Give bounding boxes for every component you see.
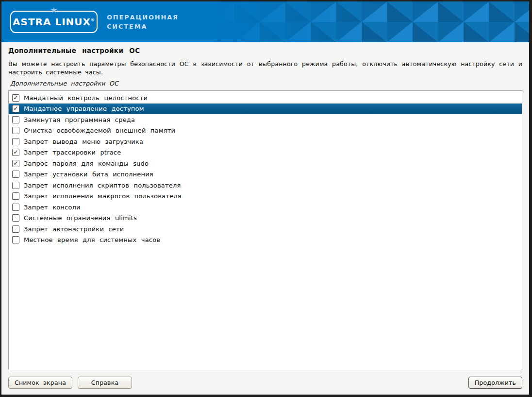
options-list[interactable]: ✓Мандатный контроль целостности✓Мандатно…: [8, 90, 522, 370]
option-label: Запрет автонастройки сети: [24, 225, 124, 233]
option-row[interactable]: Местное время для системных часов: [9, 235, 522, 246]
option-row[interactable]: Замкнутая программная среда: [9, 114, 522, 125]
option-row[interactable]: ✓Запрос пароля для команды sudo: [9, 158, 522, 169]
option-row[interactable]: Системные ограничения ulimits: [9, 213, 522, 224]
option-row[interactable]: Запрет исполнения макросов пользователя: [9, 191, 522, 202]
content-area: Дополнительные настройки ОС Вы можете на…: [1, 42, 529, 395]
option-row[interactable]: Очистка освобождаемой внешней памяти: [9, 125, 522, 137]
page-title: Дополнительные настройки ОС: [8, 47, 522, 54]
continue-button[interactable]: Продолжить: [468, 377, 522, 389]
option-label: Местное время для системных часов: [24, 236, 160, 243]
option-row[interactable]: Запрет консоли: [9, 202, 522, 213]
checkbox-checked-icon[interactable]: ✓: [12, 160, 19, 167]
astra-linux-logo: ★ ASTRA LINUX®: [10, 11, 98, 33]
checkbox-checked-icon[interactable]: ✓: [12, 149, 19, 156]
logo-text: ASTRA LINUX®: [13, 16, 95, 28]
option-row[interactable]: ✓Мандатное управление доступом: [9, 104, 522, 115]
checkbox-unchecked-icon[interactable]: [12, 182, 19, 189]
header-banner: ★ ASTRA LINUX® ОПЕРАЦИОННАЯ СИСТЕМА: [1, 1, 529, 42]
option-label: Запрос пароля для команды sudo: [24, 160, 149, 167]
option-row[interactable]: Запрет вывода меню загрузчика: [9, 136, 522, 147]
checkbox-unchecked-icon[interactable]: [12, 171, 19, 178]
checkbox-unchecked-icon[interactable]: [12, 214, 19, 222]
option-row[interactable]: Запрет автонастройки сети: [9, 224, 522, 235]
page-description: Вы можете настроить параметры безопаснос…: [8, 60, 522, 76]
option-label: Очистка освобождаемой внешней памяти: [24, 127, 175, 134]
checkbox-checked-icon[interactable]: ✓: [12, 105, 19, 112]
footer-bar: Снимок экрана Справка Продолжить: [8, 377, 522, 389]
option-label: Мандатный контроль целостности: [24, 94, 148, 102]
option-label: Системные ограничения ulimits: [24, 214, 137, 222]
option-label: Запрет исполнения скриптов пользователя: [24, 182, 181, 189]
option-label: Запрет трассировки ptrace: [24, 149, 121, 156]
help-button[interactable]: Справка: [78, 377, 132, 389]
brand-line-2: СИСТЕМА: [107, 22, 179, 31]
option-label: Запрет установки бита исполнения: [24, 171, 153, 178]
brand-text: ОПЕРАЦИОННАЯ СИСТЕМА: [107, 13, 179, 31]
checkbox-unchecked-icon[interactable]: [12, 138, 19, 145]
registered-mark: ®: [91, 18, 95, 22]
option-label: Запрет консоли: [24, 204, 81, 211]
option-label: Запрет исполнения макросов пользователя: [24, 192, 182, 200]
page-subtitle: Дополнительные настройки ОС: [8, 80, 522, 87]
option-row[interactable]: ✓Мандатный контроль целостности: [9, 92, 522, 104]
option-row[interactable]: ✓Запрет трассировки ptrace: [9, 147, 522, 158]
option-label: Замкнутая программная среда: [24, 116, 135, 123]
option-label: Запрет вывода меню загрузчика: [24, 138, 143, 145]
checkbox-checked-icon[interactable]: ✓: [12, 94, 19, 102]
checkbox-unchecked-icon[interactable]: [12, 204, 19, 211]
option-row[interactable]: Запрет исполнения скриптов пользователя: [9, 180, 522, 191]
option-label: Мандатное управление доступом: [24, 105, 144, 112]
screenshot-button[interactable]: Снимок экрана: [8, 377, 72, 389]
option-row[interactable]: Запрет установки бита исполнения: [9, 169, 522, 180]
checkbox-unchecked-icon[interactable]: [12, 192, 19, 200]
checkbox-unchecked-icon[interactable]: [12, 225, 19, 233]
checkbox-unchecked-icon[interactable]: [12, 127, 19, 134]
checkbox-unchecked-icon[interactable]: [12, 236, 19, 243]
brand-line-1: ОПЕРАЦИОННАЯ: [107, 13, 179, 22]
installer-window: ★ ASTRA LINUX® ОПЕРАЦИОННАЯ СИСТЕМА Допо…: [0, 0, 532, 397]
star-icon: ★: [50, 6, 57, 14]
checkbox-unchecked-icon[interactable]: [12, 116, 19, 123]
